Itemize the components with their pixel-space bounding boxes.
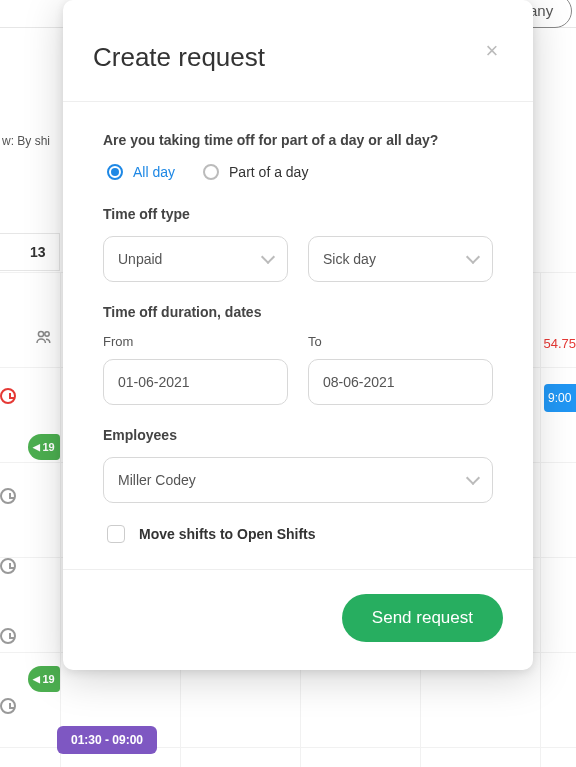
duration-radio-group: All day Part of a day <box>103 164 493 180</box>
radio-dot-icon <box>107 164 123 180</box>
move-shifts-checkbox[interactable] <box>107 525 125 543</box>
radio-dot-icon <box>203 164 219 180</box>
nav-prev-b[interactable]: ◀19 <box>28 666 60 692</box>
clock-icon <box>0 388 16 404</box>
modal-title: Create request <box>93 42 503 73</box>
chevron-down-icon <box>466 471 480 485</box>
close-icon[interactable]: × <box>481 42 503 64</box>
divider <box>63 569 533 570</box>
clock-icon <box>0 558 16 574</box>
svg-point-3 <box>45 332 49 336</box>
radio-part-day[interactable]: Part of a day <box>203 164 308 180</box>
view-mode-label: w: By shi <box>2 134 50 148</box>
chevron-down-icon <box>261 250 275 264</box>
clock-icon <box>0 628 16 644</box>
nav-prev-label: 19 <box>42 673 54 685</box>
shift-pill-purple[interactable]: 01:30 - 09:00 <box>57 726 157 754</box>
employees-select[interactable]: Miller Codey <box>103 457 493 503</box>
overtime-value: 54.75 <box>543 336 576 351</box>
select-value: Sick day <box>323 251 376 267</box>
modal-footer: Send request <box>93 594 503 642</box>
nav-prev-a[interactable]: ◀19 <box>28 434 60 460</box>
create-request-modal: Create request × Are you taking time off… <box>63 0 533 670</box>
to-date-input[interactable]: 08-06-2021 <box>308 359 493 405</box>
duration-label: Time off duration, dates <box>103 304 493 320</box>
checkbox-label: Move shifts to Open Shifts <box>139 526 316 542</box>
to-label: To <box>308 334 493 349</box>
day-header: 13 <box>0 233 60 271</box>
clock-icon <box>0 488 16 504</box>
chevron-down-icon <box>466 250 480 264</box>
clock-icon <box>0 698 16 714</box>
from-date-input[interactable]: 01-06-2021 <box>103 359 288 405</box>
people-icon <box>36 330 52 347</box>
shift-pill-blue[interactable]: 9:00 <box>544 384 576 412</box>
select-value: Unpaid <box>118 251 162 267</box>
input-value: 08-06-2021 <box>323 374 395 390</box>
time-off-category-select[interactable]: Unpaid <box>103 236 288 282</box>
from-label: From <box>103 334 288 349</box>
time-off-subtype-select[interactable]: Sick day <box>308 236 493 282</box>
radio-label: Part of a day <box>229 164 308 180</box>
move-shifts-row: Move shifts to Open Shifts <box>107 525 493 543</box>
svg-point-2 <box>38 331 43 336</box>
radio-label: All day <box>133 164 175 180</box>
employees-label: Employees <box>103 427 493 443</box>
radio-all-day[interactable]: All day <box>107 164 175 180</box>
divider <box>63 101 533 102</box>
send-request-button[interactable]: Send request <box>342 594 503 642</box>
select-value: Miller Codey <box>118 472 196 488</box>
question-label: Are you taking time off for part of a da… <box>103 132 493 148</box>
nav-prev-label: 19 <box>42 441 54 453</box>
type-label: Time off type <box>103 206 493 222</box>
input-value: 01-06-2021 <box>118 374 190 390</box>
